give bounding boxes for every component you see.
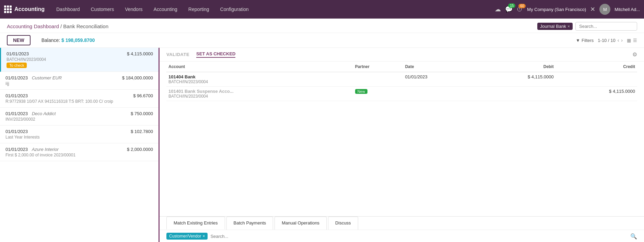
tx-date: 01/01/2023 bbox=[5, 147, 28, 152]
col-debit: Debit bbox=[475, 62, 556, 72]
transaction-item[interactable]: 01/01/2023 Deco Addict $ 750.0000 INV/20… bbox=[0, 108, 159, 125]
nav-reporting[interactable]: Reporting bbox=[184, 4, 214, 14]
journal-table-wrap: Account Partner Date Debit Credit 101404… bbox=[160, 62, 644, 216]
tab-discuss[interactable]: Discuss bbox=[328, 217, 358, 230]
tx-date: 01/01/2023 bbox=[5, 129, 28, 134]
tx-label: Deco Addict bbox=[32, 111, 56, 116]
transaction-item[interactable]: 01/01/2023 $ 4,115.0000 BATCH/IN/2023/00… bbox=[0, 48, 159, 72]
filter-icon: ▼ bbox=[576, 38, 580, 43]
tx-ref: Last Year Interests bbox=[5, 135, 153, 140]
new-button[interactable]: NEW bbox=[7, 35, 31, 45]
balance-amount: $ 198,059.8700 bbox=[61, 37, 95, 43]
tab-batch-payments[interactable]: Batch Payments bbox=[226, 217, 273, 230]
close-icon[interactable]: ✕ bbox=[590, 6, 595, 13]
cell-debit: $ 4,115.0000 bbox=[475, 72, 556, 87]
chat-icon[interactable]: 💬 15 bbox=[505, 6, 513, 13]
pag-next[interactable]: › bbox=[621, 37, 623, 43]
cell-credit bbox=[556, 72, 637, 87]
top-navigation: Accounting Dashboard Customers Vendors A… bbox=[0, 0, 644, 19]
nav-configuration[interactable]: Configuration bbox=[215, 4, 254, 14]
bottom-tabs: Match Existing EntriesBatch PaymentsManu… bbox=[160, 216, 644, 242]
company-name: My Company (San Francisco) bbox=[527, 7, 586, 12]
tx-label: Customer EUR bbox=[32, 75, 62, 80]
nav-menu: Dashboard Customers Vendors Accounting R… bbox=[51, 4, 493, 14]
tx-badge: To check bbox=[7, 63, 27, 68]
set-checked-button[interactable]: SET AS CHECKED bbox=[196, 51, 235, 58]
cell-date bbox=[403, 87, 475, 101]
pag-prev[interactable]: ‹ bbox=[618, 37, 619, 43]
nav-dashboard[interactable]: Dashboard bbox=[51, 4, 85, 14]
pagination: 1-10 / 10 ‹ › bbox=[598, 37, 623, 43]
clock-badge: 60 bbox=[518, 4, 526, 8]
breadcrumb-parent[interactable]: Accounting Dashboard bbox=[7, 23, 59, 29]
right-panel: VALIDATE SET AS CHECKED ⚙ Account Partne… bbox=[160, 48, 644, 242]
tx-ref: R:9772938 10/07 AX 9415116318 T:5 BRT: 1… bbox=[5, 99, 153, 104]
tx-date: 01/01/2023 bbox=[5, 93, 28, 98]
tx-amount: $ 96.6700 bbox=[133, 93, 153, 98]
tx-ref: iijj bbox=[5, 81, 153, 86]
filters-row: ▼ Filters 1-10 / 10 ‹ › ▦ ☰ bbox=[576, 37, 637, 43]
bottom-search-icon[interactable]: 🔍 bbox=[630, 233, 637, 240]
breadcrumb: Accounting Dashboard / Bank Reconciliati… bbox=[7, 23, 108, 29]
breadcrumb-current: Bank Reconciliation bbox=[63, 23, 108, 29]
tx-ref: BATCH/IN/2023/0004 bbox=[7, 57, 153, 62]
tab-match-existing-entries[interactable]: Match Existing Entries bbox=[166, 217, 225, 230]
view-kanban-icon[interactable]: ▦ bbox=[627, 38, 631, 43]
bottom-search-input[interactable] bbox=[210, 234, 628, 239]
nav-accounting[interactable]: Accounting bbox=[149, 4, 182, 14]
tx-date: 01/01/2023 bbox=[5, 75, 28, 80]
transaction-item[interactable]: 01/01/2023 $ 102.7800 Last Year Interest… bbox=[0, 125, 159, 143]
cell-account: 101404 Bank BATCH/IN/2023/0004 bbox=[166, 72, 353, 87]
app-brand[interactable]: Accounting bbox=[4, 6, 45, 13]
journal-tag-value: Bank bbox=[556, 24, 566, 29]
tx-amount: $ 4,115.0000 bbox=[127, 51, 153, 56]
journal-tag: Journal Bank × bbox=[537, 23, 573, 30]
tx-amount: $ 102.7800 bbox=[131, 129, 153, 134]
chat-badge: 15 bbox=[508, 3, 515, 8]
avatar[interactable]: M bbox=[599, 4, 610, 15]
transaction-item[interactable]: 01/01/2023 $ 96.6700 R:9772938 10/07 AX … bbox=[0, 90, 159, 108]
tx-ref: INV/2023/00002 bbox=[5, 117, 153, 122]
journal-row: 101401 Bank Suspense Acco... BATCH/IN/20… bbox=[166, 87, 637, 101]
view-toggle[interactable]: ▦ ☰ bbox=[627, 38, 637, 43]
validate-bar: VALIDATE SET AS CHECKED ⚙ bbox=[160, 48, 644, 62]
view-list-icon[interactable]: ☰ bbox=[633, 38, 637, 43]
nav-right: ☁ 💬 15 ⏱ 60 My Company (San Francisco) ✕… bbox=[495, 4, 640, 15]
nav-vendors[interactable]: Vendors bbox=[120, 4, 147, 14]
journal-row: 101404 Bank BATCH/IN/2023/0004 01/01/202… bbox=[166, 72, 637, 87]
cell-partner: New bbox=[353, 87, 403, 101]
header-search-input[interactable] bbox=[575, 22, 637, 31]
cv-tag-close[interactable]: × bbox=[202, 234, 205, 239]
settings-icon[interactable]: ⚙ bbox=[632, 51, 637, 58]
tx-amount: $ 750.0000 bbox=[131, 111, 153, 116]
validate-button[interactable]: VALIDATE bbox=[166, 52, 189, 57]
user-name: Mitchell Ad... bbox=[614, 7, 640, 12]
brand-name: Accounting bbox=[14, 6, 45, 12]
bottom-search-row: Customer/Vendor × 🔍 bbox=[160, 230, 644, 242]
col-date: Date bbox=[403, 62, 475, 72]
nav-customers[interactable]: Customers bbox=[86, 4, 119, 14]
transaction-item[interactable]: 01/01/2023 Azure Interior $ 2,000.0000 F… bbox=[0, 143, 159, 161]
balance-label: Balance: $ 198,059.8700 bbox=[42, 37, 95, 43]
cell-account: 101401 Bank Suspense Acco... BATCH/IN/20… bbox=[166, 87, 353, 101]
tab-row: Match Existing EntriesBatch PaymentsManu… bbox=[160, 217, 644, 230]
cell-credit: $ 4,115.0000 bbox=[556, 87, 637, 101]
support-icon[interactable]: ☁ bbox=[495, 6, 501, 13]
cell-date: 01/01/2023 bbox=[403, 72, 475, 87]
transaction-list: 01/01/2023 $ 4,115.0000 BATCH/IN/2023/00… bbox=[0, 48, 159, 161]
new-badge: New bbox=[355, 89, 367, 94]
main-layout: 01/01/2023 $ 4,115.0000 BATCH/IN/2023/00… bbox=[0, 48, 644, 242]
cv-tag-label: Customer/Vendor bbox=[169, 234, 201, 239]
action-row: NEW Balance: $ 198,059.8700 ▼ Filters 1-… bbox=[0, 33, 644, 48]
col-partner: Partner bbox=[353, 62, 403, 72]
tab-manual-operations[interactable]: Manual Operations bbox=[274, 217, 327, 230]
clock-icon[interactable]: ⏱ 60 bbox=[517, 6, 523, 13]
filters-button[interactable]: ▼ Filters bbox=[576, 38, 594, 43]
journal-tbody: 101404 Bank BATCH/IN/2023/0004 01/01/202… bbox=[166, 72, 637, 101]
cell-partner bbox=[353, 72, 403, 87]
journal-table: Account Partner Date Debit Credit 101404… bbox=[166, 62, 637, 101]
tx-label: Azure Interior bbox=[32, 147, 59, 152]
tx-date: 01/01/2023 bbox=[5, 111, 28, 116]
journal-tag-close[interactable]: × bbox=[567, 24, 570, 29]
transaction-item[interactable]: 01/01/2023 Customer EUR $ 184,000.0000 i… bbox=[0, 72, 159, 90]
